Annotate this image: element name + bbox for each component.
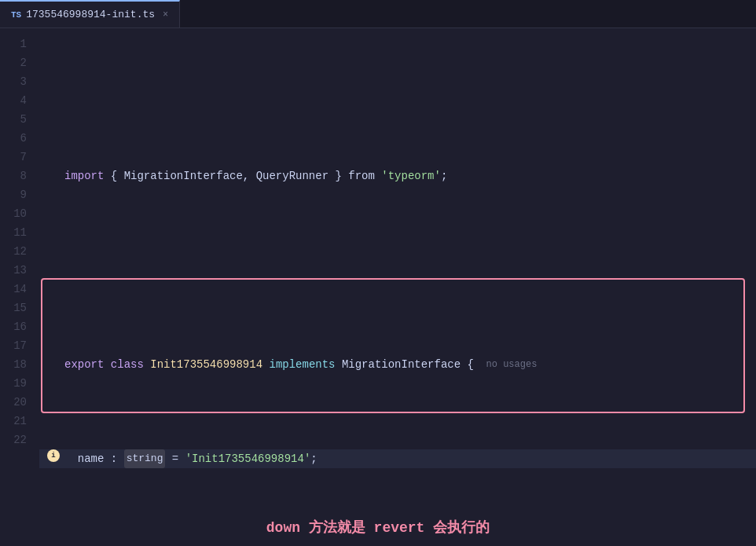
code-line [39,261,756,280]
code-line: export class Init1735546998914 implement… [39,355,756,374]
code-line: import { MigrationInterface, QueryRunner… [39,167,756,185]
ts-icon: TS [11,10,21,20]
tab-bar: TS 1735546998914-init.ts × [0,0,756,28]
annotation-text: down 方法就是 revert 会执行的 [266,520,490,536]
code-line: i name : string = 'Init1735546998914' ; [39,449,756,468]
code-content: import { MigrationInterface, QueryRunner… [39,28,756,511]
red-box-highlight [41,278,745,413]
badge-icon: i [47,449,60,462]
file-tab[interactable]: TS 1735546998914-init.ts × [0,0,180,27]
code-area: 1 2 3 4 5 6 7 8 9 10 11 12 13 14 15 16 1… [0,28,756,511]
tab-filename: 1735546998914-init.ts [26,9,155,20]
editor-window: TS 1735546998914-init.ts × 1 2 3 4 5 6 7… [0,0,756,546]
bottom-annotation: down 方法就是 revert 会执行的 [0,511,756,546]
tab-close-button[interactable]: × [163,9,168,20]
line-numbers: 1 2 3 4 5 6 7 8 9 10 11 12 13 14 15 16 1… [0,28,39,511]
